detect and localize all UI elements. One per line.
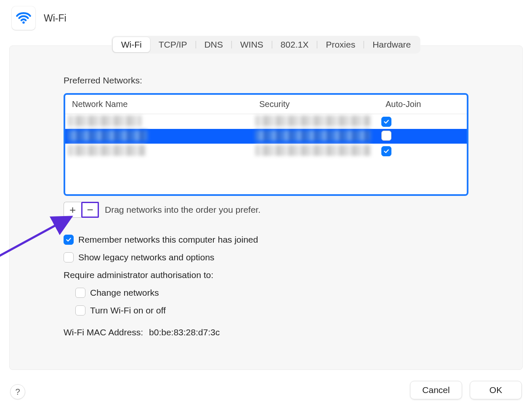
tab-proxies[interactable]: Proxies bbox=[317, 37, 364, 52]
require-auth-label: Require administrator authorisation to: bbox=[64, 270, 468, 280]
network-name-redacted bbox=[68, 145, 146, 156]
table-row[interactable] bbox=[65, 144, 467, 158]
column-security[interactable]: Security bbox=[259, 99, 386, 109]
remember-networks-checkbox[interactable] bbox=[64, 235, 74, 245]
remember-networks-label: Remember networks this computer has join… bbox=[78, 235, 258, 245]
reorder-hint: Drag networks into the order you prefer. bbox=[105, 205, 261, 215]
table-row[interactable] bbox=[65, 114, 467, 129]
wifi-icon bbox=[12, 6, 35, 30]
ok-button[interactable]: OK bbox=[470, 381, 522, 399]
tab-label: Hardware bbox=[372, 40, 411, 49]
preferred-networks-table[interactable]: Network Name Security Auto-Join bbox=[64, 93, 468, 196]
content-panel: Preferred Networks: Network Name Securit… bbox=[9, 45, 523, 370]
table-row[interactable] bbox=[65, 129, 467, 144]
autojoin-checkbox[interactable] bbox=[381, 131, 391, 141]
auth-change-networks-label: Change networks bbox=[90, 288, 159, 298]
remove-network-button[interactable]: − bbox=[81, 202, 99, 218]
autojoin-checkbox[interactable] bbox=[381, 117, 391, 127]
tab-label: 802.1X bbox=[281, 40, 309, 49]
page-title: Wi-Fi bbox=[44, 13, 66, 24]
mac-address-label: Wi-Fi MAC Address: bbox=[64, 327, 143, 337]
tab-label: WINS bbox=[240, 40, 263, 49]
tab-bar: Wi-Fi TCP/IP DNS WINS 802.1X Proxies Har… bbox=[112, 36, 420, 54]
tab-wins[interactable]: WINS bbox=[232, 37, 272, 52]
tab-label: DNS bbox=[204, 40, 223, 49]
help-button[interactable]: ? bbox=[10, 384, 25, 399]
tab-label: Wi-Fi bbox=[121, 40, 142, 49]
svg-point-0 bbox=[22, 21, 25, 24]
button-label: Cancel bbox=[422, 385, 450, 395]
security-redacted bbox=[255, 145, 371, 156]
button-label: OK bbox=[489, 385, 502, 395]
network-name-redacted bbox=[68, 115, 141, 126]
tab-dns[interactable]: DNS bbox=[196, 37, 231, 52]
help-icon: ? bbox=[15, 387, 20, 397]
plus-icon: + bbox=[69, 204, 76, 215]
column-network-name[interactable]: Network Name bbox=[72, 99, 259, 109]
column-auto-join[interactable]: Auto-Join bbox=[386, 99, 460, 109]
preferred-networks-label: Preferred Networks: bbox=[64, 75, 468, 86]
auth-toggle-wifi-checkbox[interactable] bbox=[75, 305, 85, 316]
tab-8021x[interactable]: 802.1X bbox=[272, 37, 317, 52]
tab-hardware[interactable]: Hardware bbox=[364, 37, 419, 52]
mac-address-value: b0:be:83:28:d7:3c bbox=[149, 327, 220, 337]
tab-label: TCP/IP bbox=[159, 40, 187, 49]
auth-change-networks-checkbox[interactable] bbox=[75, 288, 85, 298]
tab-tcpip[interactable]: TCP/IP bbox=[150, 37, 196, 52]
autojoin-checkbox[interactable] bbox=[381, 146, 391, 156]
cancel-button[interactable]: Cancel bbox=[410, 381, 462, 399]
add-network-button[interactable]: + bbox=[64, 202, 81, 218]
tab-wifi[interactable]: Wi-Fi bbox=[113, 37, 150, 52]
network-name-redacted bbox=[68, 130, 148, 141]
legacy-networks-checkbox[interactable] bbox=[64, 252, 74, 262]
legacy-networks-label: Show legacy networks and options bbox=[78, 252, 214, 262]
tab-label: Proxies bbox=[326, 40, 355, 49]
security-redacted bbox=[255, 115, 371, 126]
minus-icon: − bbox=[87, 204, 93, 215]
security-redacted bbox=[255, 130, 371, 141]
auth-toggle-wifi-label: Turn Wi-Fi on or off bbox=[90, 305, 166, 316]
